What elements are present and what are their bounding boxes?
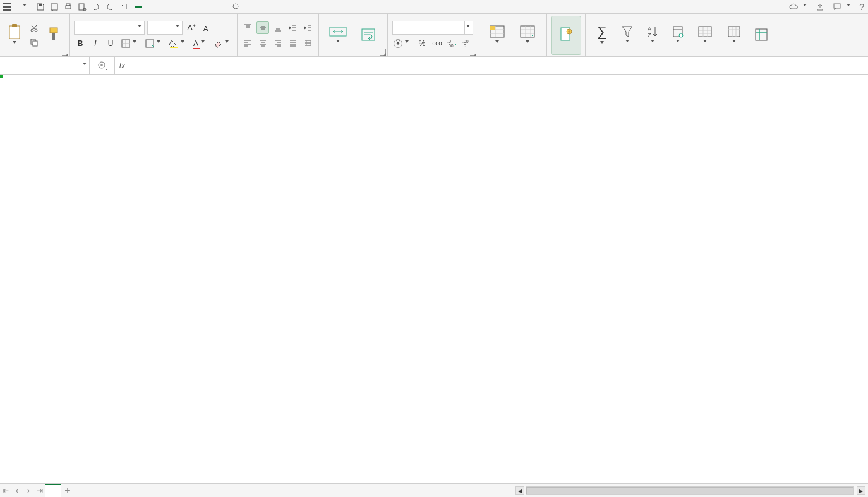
increase-decimal-button[interactable]: .0.00: [446, 37, 459, 50]
tab-nav-last-icon[interactable]: ⇥: [34, 484, 45, 497]
save-icon[interactable]: [35, 1, 46, 13]
increase-font-button[interactable]: A+: [185, 21, 198, 34]
clipboard-dialog-launcher[interactable]: [62, 49, 68, 56]
formula-zoom-button[interactable]: [90, 57, 115, 74]
redo-icon[interactable]: [104, 1, 116, 13]
table-style-button[interactable]: [512, 16, 543, 55]
font-size-input[interactable]: [148, 21, 174, 34]
tab-special[interactable]: [214, 6, 222, 8]
app-menu-icon[interactable]: [3, 3, 11, 11]
font-size-combo[interactable]: [147, 21, 183, 35]
clear-format-button[interactable]: [212, 37, 233, 50]
align-top-button[interactable]: [241, 21, 254, 34]
format-button[interactable]: [665, 16, 690, 55]
print-icon[interactable]: [63, 1, 74, 13]
align-bottom-button[interactable]: [272, 21, 284, 34]
undo-icon[interactable]: [90, 1, 102, 13]
tab-data[interactable]: [170, 6, 178, 8]
separator: [32, 2, 32, 12]
cut-button[interactable]: [28, 22, 42, 35]
tab-insert[interactable]: [143, 6, 151, 8]
name-box-dropdown-icon[interactable]: [81, 57, 89, 74]
paste-button[interactable]: [4, 16, 25, 55]
tab-security[interactable]: [196, 6, 204, 8]
tab-nav-next-icon[interactable]: ›: [23, 484, 34, 497]
qat-customize-icon[interactable]: [118, 1, 130, 13]
copy-button[interactable]: [28, 36, 42, 49]
share-button[interactable]: [814, 3, 828, 11]
sheet-tab-active[interactable]: [45, 484, 61, 497]
spreadsheet-grid[interactable]: [0, 75, 868, 483]
help-button[interactable]: ?: [858, 2, 865, 12]
tab-developer[interactable]: [205, 6, 213, 8]
autosum-button[interactable]: ∑: [589, 16, 615, 55]
alignment-dialog-launcher[interactable]: [380, 49, 386, 56]
font-name-dropdown-icon[interactable]: [136, 21, 144, 34]
distribute-button[interactable]: [302, 37, 315, 49]
file-menu-dropdown-icon[interactable]: [23, 4, 29, 10]
name-box-input[interactable]: [0, 57, 81, 74]
tab-view[interactable]: [188, 6, 195, 8]
filter-button[interactable]: [615, 16, 640, 55]
align-center-button[interactable]: [256, 37, 269, 49]
hscroll-track[interactable]: [526, 486, 854, 495]
percent-button[interactable]: %: [416, 37, 428, 50]
search-box[interactable]: [232, 3, 243, 11]
wrap-text-button[interactable]: [353, 16, 383, 55]
number-format-dropdown-icon[interactable]: [464, 21, 473, 34]
sync-status[interactable]: [788, 3, 811, 11]
merge-center-button[interactable]: [323, 16, 353, 55]
hscroll-thumb[interactable]: [526, 487, 853, 494]
number-format-combo[interactable]: [392, 21, 473, 35]
conditional-format-button[interactable]: [482, 16, 512, 55]
name-box[interactable]: [0, 57, 90, 74]
cell-style-button[interactable]: [143, 37, 165, 50]
justify-button[interactable]: [287, 37, 299, 49]
insert-function-button[interactable]: fx: [115, 57, 130, 74]
preview-icon[interactable]: [76, 1, 88, 13]
tab-nav-first-icon[interactable]: ⇤: [0, 484, 11, 497]
underline-button[interactable]: U: [104, 37, 117, 50]
number-format-input[interactable]: [393, 21, 464, 34]
tab-nav-prev-icon[interactable]: ‹: [11, 484, 23, 497]
decrease-indent-button[interactable]: [287, 21, 299, 34]
align-right-button[interactable]: [272, 37, 284, 49]
doc-assistant-button[interactable]: [551, 16, 581, 55]
font-name-input[interactable]: [75, 21, 136, 34]
increase-indent-button[interactable]: [302, 21, 315, 34]
rows-cols-button[interactable]: [690, 16, 720, 55]
font-color-button[interactable]: A: [191, 37, 209, 50]
comments-button[interactable]: [831, 3, 854, 11]
add-sheet-button[interactable]: +: [61, 485, 74, 496]
fill-handle[interactable]: [0, 75, 3, 78]
sort-button[interactable]: AZ: [640, 16, 665, 55]
italic-button[interactable]: I: [89, 37, 102, 50]
tab-review[interactable]: [179, 6, 186, 8]
font-size-dropdown-icon[interactable]: [174, 21, 182, 34]
file-menu[interactable]: [13, 6, 20, 8]
fill-color-button[interactable]: [167, 37, 189, 50]
hscroll-left-icon[interactable]: ◂: [515, 486, 524, 495]
tab-page-layout[interactable]: [152, 6, 160, 8]
tab-home[interactable]: [135, 6, 142, 8]
tab-doc-assistant[interactable]: [223, 6, 231, 8]
comma-button[interactable]: 000: [431, 37, 443, 50]
print-preview-icon[interactable]: [49, 1, 60, 13]
scissors-icon: [30, 24, 39, 33]
decrease-decimal-button[interactable]: .00.0: [461, 37, 474, 50]
decrease-font-button[interactable]: A-: [200, 21, 213, 34]
font-name-combo[interactable]: [74, 21, 145, 35]
tab-formulas[interactable]: [161, 6, 169, 8]
number-dialog-launcher[interactable]: [470, 49, 476, 56]
align-middle-button[interactable]: [256, 21, 269, 34]
bold-button[interactable]: B: [74, 37, 87, 50]
hscroll-right-icon[interactable]: ▸: [857, 486, 865, 495]
cloud-icon: [789, 3, 798, 11]
borders-button[interactable]: [119, 37, 141, 50]
freeze-button[interactable]: [749, 16, 774, 55]
align-left-button[interactable]: [241, 37, 254, 49]
rows-cols-icon: [697, 25, 713, 39]
worksheet-button[interactable]: [720, 16, 749, 55]
formula-input[interactable]: [130, 57, 868, 74]
currency-button[interactable]: ¥: [392, 37, 413, 50]
